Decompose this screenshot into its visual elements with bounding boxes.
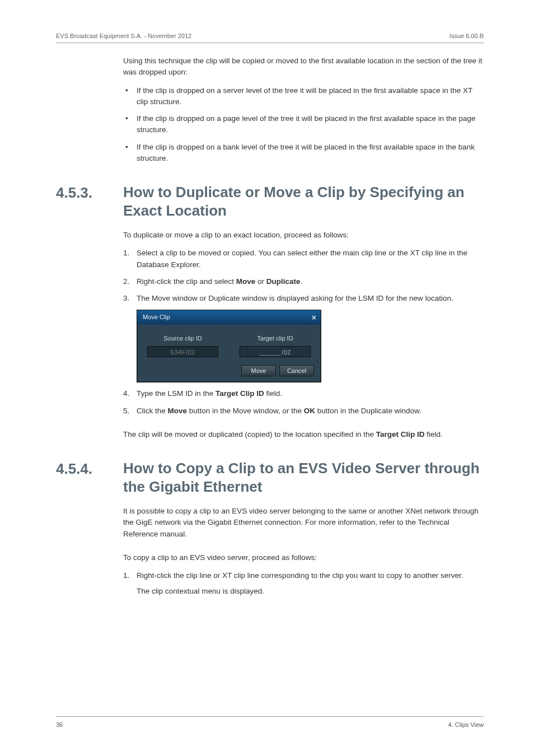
step-4: Type the LSM ID in the Target Clip ID fi… [123, 388, 484, 399]
t: Move [168, 407, 188, 415]
step-1: Right-click the clip line or XT clip lin… [123, 570, 484, 598]
t: Duplicate [266, 277, 301, 286]
step-text: The Move window or Duplicate window is d… [137, 294, 453, 302]
step-3: The Move window or Duplicate window is d… [123, 293, 484, 382]
sec453-steps: Select a clip to be moved or copied. You… [123, 248, 484, 417]
header-right: Issue 6.00.B [449, 32, 484, 39]
section-title: How to Duplicate or Move a Clip by Speci… [123, 183, 484, 220]
step-1-sub: The clip contextual menu is displayed. [137, 586, 484, 597]
t: field. [264, 389, 282, 398]
t: Target Clip ID [216, 389, 264, 398]
section-number: 4.5.4. [56, 459, 123, 478]
source-clip-field: 634F/02 [147, 346, 218, 357]
intro-bullet: If the clip is dropped on a page level o… [123, 113, 484, 136]
step-text: Right-click the clip line or XT clip lin… [137, 571, 463, 580]
intro-lead: Using this technique the clip will be co… [123, 55, 484, 78]
dialog-title: Move Clip [143, 312, 170, 322]
move-button[interactable]: Move [241, 365, 276, 376]
section-number: 4.5.3. [56, 183, 123, 202]
target-clip-field[interactable]: /02 [240, 346, 311, 357]
sec454-steps: Right-click the clip line or XT clip lin… [123, 570, 484, 598]
cancel-button[interactable]: Cancel [279, 365, 314, 376]
t: field. [425, 430, 443, 438]
step-5: Click the Move button in the Move window… [123, 405, 484, 417]
t: OK [304, 407, 315, 415]
target-clip-value: /02 [282, 349, 291, 356]
header-left: EVS Broadcast Equipment S.A. - November … [56, 32, 191, 39]
t: button in the Move window, or the [187, 407, 304, 415]
step-text: Select a clip to be moved or copied. You… [137, 249, 467, 268]
move-clip-dialog: Move Clip × Source clip ID 634F/02 Targe [137, 310, 321, 382]
intro-bullets: If the clip is dropped on a server level… [123, 85, 484, 165]
section-454: 4.5.4. How to Copy a Clip to an EVS Vide… [56, 459, 484, 598]
t: Target Clip ID [376, 430, 425, 438]
t: or [255, 277, 266, 286]
page-footer: 36 4. Clips View [56, 716, 484, 728]
dialog-titlebar: Move Clip × [137, 310, 321, 325]
t: Move [236, 277, 256, 286]
close-icon[interactable]: × [312, 314, 316, 321]
section-453: 4.5.3. How to Duplicate or Move a Clip b… [56, 183, 484, 440]
step-1: Select a clip to be moved or copied. You… [123, 248, 484, 270]
t: button in the Duplicate window. [315, 407, 421, 415]
footer-chapter: 4. Clips View [448, 721, 484, 728]
footer-page-number: 36 [56, 721, 63, 728]
t: Click the [137, 407, 168, 415]
section-title: How to Copy a Clip to an EVS Video Serve… [123, 459, 484, 496]
sec453-lead: To duplicate or move a clip to an exact … [123, 230, 484, 241]
step-2: Right-click the clip and select Move or … [123, 276, 484, 287]
sec454-p1: It is possible to copy a clip to an EVS … [123, 506, 484, 540]
sec453-tail: The clip will be moved or duplicated (co… [123, 429, 484, 440]
page-header: EVS Broadcast Equipment S.A. - November … [56, 32, 484, 43]
intro-bullet: If the clip is dropped on a bank level o… [123, 142, 484, 165]
t: Type the LSM ID in the [137, 389, 216, 398]
intro-bullet: If the clip is dropped on a server level… [123, 85, 484, 108]
t: . [301, 277, 303, 286]
sec454-p2: To copy a clip to an EVS video server, p… [123, 552, 484, 563]
t: Right-click the clip and select [137, 277, 236, 286]
t: The clip will be moved or duplicated (co… [123, 430, 376, 438]
target-clip-label: Target clip ID [236, 334, 314, 343]
source-clip-label: Source clip ID [144, 334, 222, 343]
